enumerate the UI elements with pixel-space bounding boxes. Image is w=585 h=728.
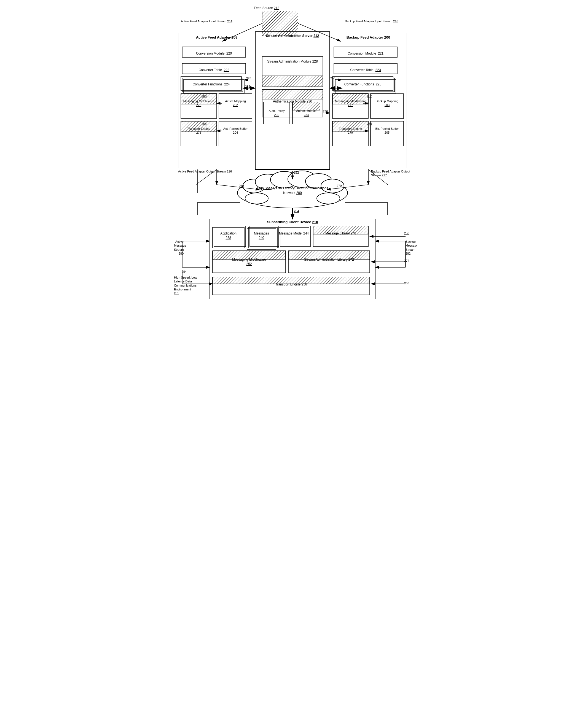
high-speed-env-label: High Speed, Low Latency Data Communicati… (174, 276, 199, 295)
author-module-label: Author. Module234 (292, 109, 320, 118)
ref-270: 270 (337, 184, 341, 187)
message-model-label: Message Model 244 (279, 231, 309, 236)
svg-line-63 (327, 185, 368, 189)
transport-engine-256-label: Transport Engine 256 (212, 281, 370, 288)
svg-rect-72 (279, 227, 309, 248)
ref-267: 267 (367, 95, 372, 98)
active-feed-adapter-header: Active Feed Adapter 208 (178, 35, 255, 40)
converter-table-222-label: Converter Table 222 (182, 66, 246, 74)
stream-admin-module-label: Stream Administration Module 228 (262, 59, 323, 64)
svg-point-56 (288, 171, 316, 187)
backup-message-stream-label: Backup Message Stream282 (406, 240, 416, 255)
backup-feed-adapter-header: Backup Feed Adapter 206 (330, 35, 407, 40)
messaging-middleware-277-label: Messaging Middleware277 (332, 99, 368, 107)
messaging-middleware-252-label: Messaging Middleware252 (212, 258, 286, 266)
network-label: High Speed, Low Latency Data Communicati… (255, 186, 330, 196)
converter-functions-225-label: Converter Functions 225 (332, 80, 393, 89)
ref-258: 258 (404, 282, 409, 285)
architecture-diagram: Feed Source 213 Active Feed Adapter Inpu… (174, 5, 411, 309)
ref-254: 254 (182, 270, 187, 274)
ref-250: 250 (404, 231, 409, 235)
ref-264: 264 (294, 209, 299, 213)
act-packet-buffer-label: Act. Packet Buffer204 (219, 127, 252, 135)
active-message-stream-label: Active Message Stream280 (174, 240, 184, 255)
transport-engine-279-label: Transport Engine279 (332, 127, 368, 135)
svg-rect-33 (262, 76, 323, 87)
ref-262: 262 (294, 171, 299, 174)
feed-source-label: Feed Source 213 (254, 6, 279, 10)
ref-269: 269 (367, 122, 372, 125)
application-label: Application238 (212, 231, 244, 240)
ref-268: 268 (202, 122, 206, 125)
messages-label: Messages240 (247, 231, 276, 240)
stream-admin-library-label: Stream Administration Library 272 (288, 258, 370, 262)
subscribing-client-device-header: Subscribing Client Device 210 (210, 220, 375, 224)
ref-232: 232 (245, 85, 250, 88)
message-library-label: Message Library 248 (313, 231, 368, 236)
ref-274: 274 (404, 259, 409, 262)
backup-input-stream-label: Backup Feed Adapter Input Stream 218 (345, 19, 398, 23)
svg-rect-35 (262, 89, 323, 99)
backup-mapping-label: Backup Mapping203 (371, 99, 404, 107)
svg-line-61 (217, 185, 259, 189)
ref-236: 236 (323, 110, 328, 113)
converter-functions-224-label: Converter Functions 224 (181, 80, 241, 89)
active-mapping-label: Active Mapping202 (219, 99, 252, 107)
svg-rect-71 (280, 226, 310, 246)
conversion-module-221-label: Conversion Module 221 (334, 49, 397, 58)
stream-admin-server-header: Stream Administration Server 212 (255, 33, 330, 38)
active-output-stream-label: Active Feed Adapter Output Stream 216 (178, 170, 232, 173)
conversion-module-220-label: Conversion Module 220 (182, 49, 246, 58)
bk-packet-buffer-label: Bk. Packet Buffer205 (371, 127, 404, 135)
messaging-middleware-276-label: Messaging Middleware276 (181, 99, 217, 107)
active-input-stream-label: Active Feed Adapter Input Stream 214 (181, 19, 232, 23)
converter-table-223-label: Converter Table 223 (334, 66, 397, 74)
svg-rect-73 (313, 226, 368, 246)
ref-290: 290 (330, 77, 335, 80)
ref-226: 226 (246, 77, 251, 80)
ref-260: 260 (239, 184, 244, 187)
transport-engine-278-label: Transport Engine278 (181, 127, 217, 135)
ref-266: 266 (202, 95, 206, 98)
auth-module-label: Authentication Module 230 (262, 99, 323, 104)
auth-policy-label: Auth. Policy235 (263, 109, 290, 118)
svg-rect-0 (262, 11, 298, 36)
backup-output-stream-label: Backup Feed Adapter Output Stream 217 (371, 170, 411, 178)
